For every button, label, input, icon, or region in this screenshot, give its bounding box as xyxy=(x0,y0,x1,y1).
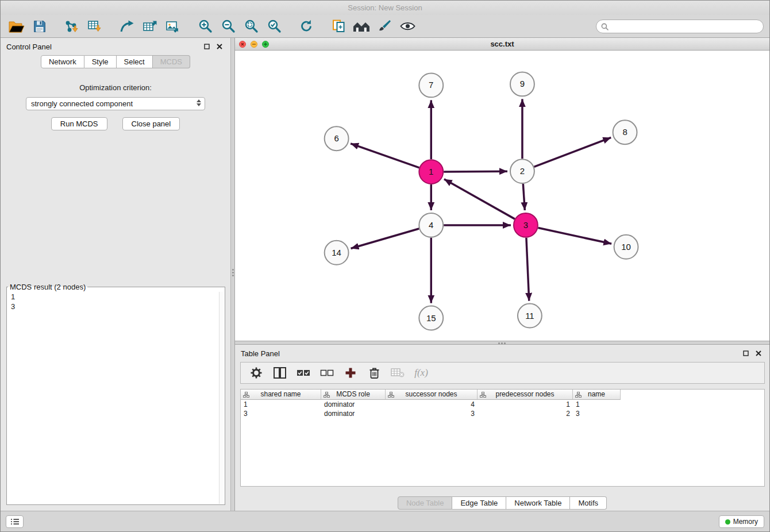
node-9[interactable]: 9 xyxy=(510,72,534,96)
memory-button[interactable]: Memory xyxy=(719,515,764,528)
edge-1-2[interactable] xyxy=(444,171,507,172)
optimization-criterion-label: Optimization criterion: xyxy=(1,83,230,92)
tab-select[interactable]: Select xyxy=(117,55,153,68)
column-header-predecessor-nodes[interactable]: predecessor nodes xyxy=(478,390,573,400)
table-cell[interactable]: 1 xyxy=(241,400,321,409)
plus-icon xyxy=(345,367,356,379)
duplicate-page-button[interactable] xyxy=(327,17,350,36)
edge-3-11[interactable] xyxy=(526,238,529,301)
table-settings-button[interactable] xyxy=(249,365,264,380)
node-label: 2 xyxy=(520,166,525,176)
show-columns-button[interactable] xyxy=(272,365,287,380)
task-history-button[interactable] xyxy=(6,515,24,528)
sort-icon xyxy=(388,392,394,398)
column-header-name[interactable]: name xyxy=(573,390,621,400)
close-panel-button[interactable] xyxy=(214,41,225,52)
add-column-button[interactable] xyxy=(343,365,358,380)
tab-network[interactable]: Network xyxy=(41,55,84,68)
float-panel-button[interactable] xyxy=(202,41,212,52)
select-all-button[interactable] xyxy=(296,365,311,380)
table-cell[interactable]: 1 xyxy=(573,400,621,409)
criterion-dropdown[interactable]: strongly connected component xyxy=(26,97,205,110)
node-11[interactable]: 11 xyxy=(518,304,542,328)
mcds-result-text[interactable]: 1 3 xyxy=(7,291,225,313)
zoom-fit-button[interactable] xyxy=(240,17,263,36)
control-panel-tabs: Network Style Select MCDS xyxy=(1,55,230,68)
tab-network-table[interactable]: Network Table xyxy=(506,496,570,510)
delete-table-button[interactable] xyxy=(390,365,405,380)
edge-3-1[interactable] xyxy=(444,179,515,219)
node-14[interactable]: 14 xyxy=(325,241,349,265)
table-cell[interactable]: 4 xyxy=(386,400,478,409)
table-cell[interactable]: 3 xyxy=(241,409,321,418)
network-canvas[interactable]: 1234678910111415 xyxy=(235,51,769,341)
tab-motifs[interactable]: Motifs xyxy=(570,496,607,510)
tab-style[interactable]: Style xyxy=(84,55,117,68)
edge-1-6[interactable] xyxy=(351,144,419,168)
save-session-button[interactable] xyxy=(28,17,51,36)
edge-4-14[interactable] xyxy=(351,229,419,249)
node-1[interactable]: 1 xyxy=(419,160,443,184)
style-button[interactable] xyxy=(373,17,396,36)
close-table-panel-button[interactable] xyxy=(753,348,764,358)
node-6[interactable]: 6 xyxy=(325,126,349,151)
table-row[interactable]: 3dominator323 xyxy=(241,409,764,418)
zoom-in-button[interactable] xyxy=(194,17,217,36)
node-7[interactable]: 7 xyxy=(419,73,443,97)
table-row[interactable]: 1dominator411 xyxy=(241,400,764,409)
run-mcds-button[interactable]: Run MCDS xyxy=(51,117,107,130)
home-button[interactable] xyxy=(350,17,373,36)
import-table-button[interactable] xyxy=(83,17,106,36)
import-network-button[interactable] xyxy=(60,17,83,36)
deselect-all-button[interactable] xyxy=(319,365,334,380)
search-input[interactable] xyxy=(612,22,759,31)
node-3[interactable]: 3 xyxy=(514,213,538,237)
export-network-button[interactable] xyxy=(116,17,138,36)
column-header-successor-nodes[interactable]: successor nodes xyxy=(386,390,478,400)
tab-edge-table[interactable]: Edge Table xyxy=(452,496,506,510)
column-header-shared-name[interactable]: shared name xyxy=(241,390,321,400)
horizontal-splitter[interactable] xyxy=(235,341,769,345)
table-cell[interactable]: 3 xyxy=(573,409,621,418)
node-8[interactable]: 8 xyxy=(613,120,637,144)
node-label: 15 xyxy=(426,313,436,323)
node-label: 3 xyxy=(523,220,528,230)
edge-3-10[interactable] xyxy=(538,228,611,244)
tab-mcds[interactable]: MCDS xyxy=(153,55,190,68)
node-10[interactable]: 10 xyxy=(614,235,638,259)
result-scrollbar[interactable] xyxy=(219,292,224,504)
network-window: scc.txt 1234678910111415 xyxy=(235,38,769,341)
tab-node-table[interactable]: Node Table xyxy=(398,496,453,510)
zoom-out-button[interactable] xyxy=(217,17,240,36)
dropdown-stepper-icon xyxy=(197,99,201,106)
export-image-button[interactable] xyxy=(161,17,184,36)
vertical-splitter[interactable] xyxy=(230,38,235,511)
table-cell[interactable]: 1 xyxy=(478,400,573,409)
table-cell[interactable]: 2 xyxy=(478,409,573,418)
node-label: 11 xyxy=(525,311,534,321)
open-session-button[interactable] xyxy=(5,17,28,36)
network-graph[interactable]: 1234678910111415 xyxy=(235,51,769,341)
refresh-button[interactable] xyxy=(295,17,318,36)
close-panel-action-button[interactable]: Close panel xyxy=(122,117,180,130)
table-cell[interactable]: 3 xyxy=(386,409,478,418)
search-field[interactable] xyxy=(596,20,764,33)
edge-2-3[interactable] xyxy=(523,184,525,210)
edge-2-8[interactable] xyxy=(534,137,611,167)
window-close-button[interactable] xyxy=(239,41,246,48)
table-cell[interactable]: dominator xyxy=(321,409,386,418)
function-builder-button[interactable]: f(x) xyxy=(414,365,429,380)
zoom-selected-button[interactable] xyxy=(263,17,286,36)
delete-column-button[interactable] xyxy=(367,365,382,380)
export-table-button[interactable] xyxy=(138,17,161,36)
list-icon xyxy=(10,518,20,525)
table-cell[interactable]: dominator xyxy=(321,400,386,409)
node-2[interactable]: 2 xyxy=(510,159,534,183)
window-minimize-button[interactable] xyxy=(251,41,257,48)
node-4[interactable]: 4 xyxy=(419,213,443,237)
node-15[interactable]: 15 xyxy=(419,306,443,330)
eye-button[interactable] xyxy=(396,17,419,36)
column-header-MCDS-role[interactable]: MCDS role xyxy=(321,390,386,400)
window-zoom-button[interactable] xyxy=(262,41,269,48)
float-table-panel-button[interactable] xyxy=(741,348,751,358)
